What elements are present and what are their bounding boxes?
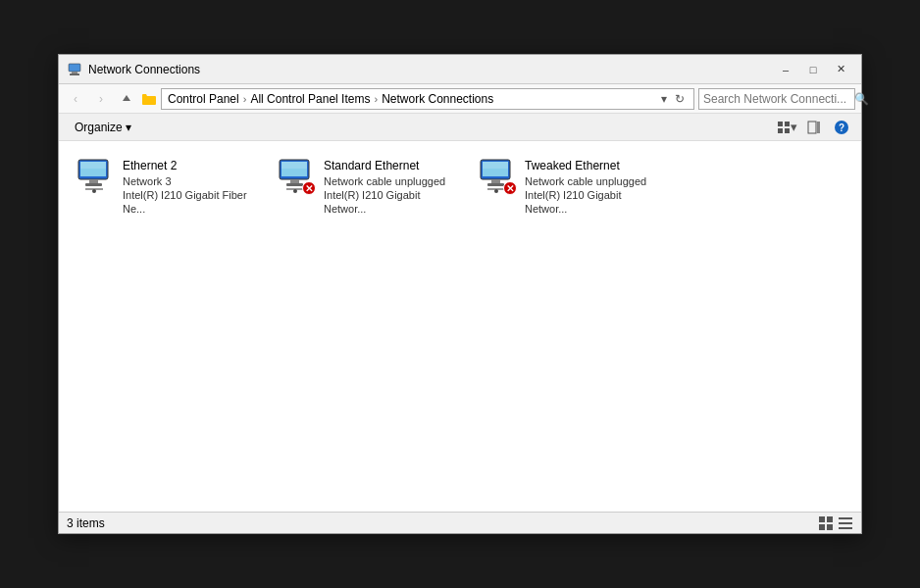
- net-icon-wrap-ethernet2: [76, 158, 115, 197]
- svg-rect-2: [70, 74, 79, 75]
- breadcrumb-all-items[interactable]: All Control Panel Items: [250, 92, 370, 106]
- svg-point-31: [494, 189, 498, 193]
- maximize-button[interactable]: □: [800, 61, 826, 78]
- svg-point-24: [293, 189, 297, 193]
- svg-rect-20: [281, 162, 307, 169]
- status-list-icon: [838, 515, 853, 531]
- svg-rect-4: [785, 122, 790, 126]
- toolbar-right: ▾ ?: [775, 117, 853, 138]
- net-item-ethernet2[interactable]: Ethernet 2Network 3Intel(R) I210 Gigabit…: [71, 153, 252, 221]
- net-status-standard-ethernet: Network cable unplugged: [324, 174, 448, 188]
- folder-icon: [141, 92, 157, 106]
- svg-rect-13: [80, 162, 106, 169]
- help-icon: ?: [834, 120, 849, 135]
- address-dropdown-btn[interactable]: ▾: [658, 92, 670, 106]
- svg-rect-38: [839, 527, 852, 529]
- view-grid-icon: [777, 121, 791, 134]
- address-path[interactable]: Control Panel › All Control Panel Items …: [161, 88, 694, 110]
- net-info-standard-ethernet: Standard EthernetNetwork cable unplugged…: [324, 158, 448, 217]
- net-status-ethernet2: Network 3: [123, 174, 247, 188]
- up-icon: [121, 93, 132, 105]
- back-button[interactable]: ‹: [65, 88, 86, 110]
- network-connections-window: Network Connections – □ ✕ ‹ › Control Pa…: [58, 54, 862, 534]
- svg-rect-33: [827, 516, 833, 522]
- address-dropdown: ▾ ↻: [658, 92, 688, 106]
- window-controls: – □ ✕: [773, 61, 853, 78]
- svg-rect-0: [69, 64, 80, 72]
- preview-icon: [807, 121, 821, 134]
- net-icon-wrap-tweaked-ethernet: ✕: [478, 158, 517, 197]
- svg-rect-3: [778, 122, 783, 126]
- net-icon-wrap-standard-ethernet: ✕: [277, 158, 316, 197]
- title-bar: Network Connections – □ ✕: [59, 55, 861, 84]
- net-name-standard-ethernet: Standard Ethernet: [324, 158, 448, 174]
- net-adapter-tweaked-ethernet: Intel(R) I210 Gigabit Networ...: [525, 188, 649, 217]
- status-view-btn-1[interactable]: [818, 515, 834, 531]
- address-refresh-btn[interactable]: ↻: [672, 92, 688, 106]
- svg-rect-22: [286, 183, 303, 186]
- net-adapter-ethernet2: Intel(R) I210 Gigabit Fiber Ne...: [123, 188, 247, 217]
- title-bar-left: Network Connections: [67, 62, 200, 77]
- svg-rect-35: [827, 524, 833, 530]
- net-info-ethernet2: Ethernet 2Network 3Intel(R) I210 Gigabit…: [123, 158, 247, 217]
- svg-rect-34: [819, 524, 825, 530]
- toolbar-left: Organize ▾: [67, 117, 139, 138]
- svg-rect-1: [72, 72, 77, 74]
- svg-rect-37: [839, 522, 852, 524]
- window-icon: [67, 62, 82, 77]
- content-area: Ethernet 2Network 3Intel(R) I210 Gigabit…: [59, 141, 861, 512]
- svg-rect-6: [785, 128, 790, 133]
- svg-rect-32: [819, 516, 825, 522]
- net-item-tweaked-ethernet[interactable]: ✕Tweaked EthernetNetwork cable unplugged…: [473, 153, 654, 221]
- search-input[interactable]: [703, 92, 850, 106]
- address-bar: ‹ › Control Panel › All Control Panel It…: [59, 84, 861, 114]
- net-status-tweaked-ethernet: Network cable unplugged: [525, 174, 649, 188]
- svg-point-17: [92, 189, 96, 193]
- breadcrumb-control-panel[interactable]: Control Panel: [168, 92, 239, 106]
- svg-rect-8: [817, 122, 820, 133]
- close-button[interactable]: ✕: [828, 61, 853, 78]
- net-info-tweaked-ethernet: Tweaked EthernetNetwork cable unpluggedI…: [525, 158, 649, 217]
- preview-pane-button[interactable]: [802, 117, 826, 138]
- svg-rect-14: [89, 179, 98, 183]
- net-name-tweaked-ethernet: Tweaked Ethernet: [525, 158, 649, 174]
- breadcrumb-network-connections[interactable]: Network Connections: [382, 92, 493, 106]
- svg-text:?: ?: [839, 122, 844, 133]
- net-adapter-standard-ethernet: Intel(R) I210 Gigabit Networ...: [324, 188, 448, 217]
- svg-rect-5: [778, 128, 783, 133]
- view-dropdown-button[interactable]: ▾: [775, 117, 798, 138]
- search-box[interactable]: 🔍: [698, 88, 855, 110]
- search-icon: 🔍: [854, 92, 869, 106]
- computer-icon-ethernet2: [76, 158, 113, 193]
- svg-rect-7: [808, 122, 816, 133]
- forward-button[interactable]: ›: [90, 88, 112, 110]
- up-button[interactable]: [116, 88, 137, 110]
- toolbar: Organize ▾ ▾: [59, 114, 861, 141]
- status-view-btn-2[interactable]: [838, 515, 853, 531]
- error-badge-standard-ethernet: ✕: [302, 181, 316, 195]
- svg-rect-36: [839, 517, 852, 519]
- net-name-ethernet2: Ethernet 2: [123, 158, 247, 174]
- svg-rect-27: [483, 162, 508, 169]
- status-count: 3 items: [67, 516, 105, 530]
- svg-rect-28: [491, 179, 500, 183]
- svg-rect-21: [290, 179, 299, 183]
- status-bar: 3 items: [59, 512, 861, 533]
- help-button[interactable]: ?: [830, 117, 853, 138]
- svg-rect-15: [85, 183, 102, 186]
- net-item-standard-ethernet[interactable]: ✕Standard EthernetNetwork cable unplugge…: [272, 153, 453, 221]
- window-title: Network Connections: [88, 63, 200, 76]
- minimize-button[interactable]: –: [773, 61, 798, 78]
- organize-button[interactable]: Organize ▾: [67, 117, 139, 138]
- view-dropdown-arrow: ▾: [791, 120, 797, 134]
- breadcrumb-sep-1: ›: [243, 93, 247, 105]
- svg-rect-29: [487, 183, 504, 186]
- error-badge-tweaked-ethernet: ✕: [503, 181, 517, 195]
- status-right: [818, 515, 853, 531]
- breadcrumb-sep-2: ›: [374, 93, 378, 105]
- status-grid-icon: [818, 515, 834, 531]
